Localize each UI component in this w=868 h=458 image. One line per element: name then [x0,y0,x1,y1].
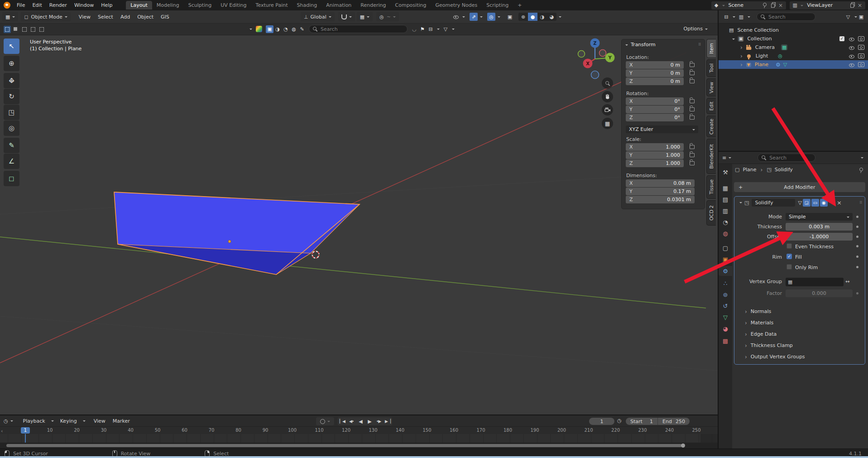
asset-tree-icon[interactable]: ⊟ [427,25,435,33]
current-frame-field[interactable]: 1 [589,418,614,425]
next-keyframe-button[interactable]: •▶ [374,417,383,425]
play-reverse-button[interactable]: ◀ [356,417,365,425]
properties-search-input[interactable] [767,155,812,161]
select-mode-extend[interactable] [12,26,19,33]
shading-material[interactable]: ◑ [537,13,547,21]
zoom-button[interactable] [602,77,613,89]
breadcrumb-object[interactable]: Plane [743,167,756,173]
menu-add[interactable]: Add [117,13,134,21]
asset-type-model[interactable]: ▣ [266,25,273,33]
tool-transform[interactable]: ◎ [4,121,19,136]
copy-viewlayer-icon[interactable] [850,3,854,7]
light-hide-icon[interactable] [849,53,855,59]
scale-y-field[interactable]: Y1.000 [626,151,684,159]
ptab-modifiers[interactable]: ⚙ [719,266,732,276]
ortho-toggle-button[interactable]: ▦ [602,118,613,129]
ptab-texture[interactable]: ▩ [719,336,732,346]
menu-view-tl[interactable]: View [90,417,109,425]
lock-scale-z-icon[interactable] [690,161,695,165]
tool-rotate[interactable]: ↻ [4,89,19,104]
npanel-tab-view[interactable]: View [706,78,716,96]
row-light[interactable]: › Light ◎ [719,52,868,60]
jump-to-end-button[interactable]: ▶▕ [383,417,392,425]
curve-widget-icon[interactable]: ◡ [410,25,418,33]
camera-hide-icon[interactable] [849,45,855,50]
offset-field[interactable]: -1.0000 [786,233,853,241]
section-thickness-clamp[interactable]: ›Thickness Clamp [745,342,793,348]
prev-keyframe-button[interactable]: ◀• [347,417,356,425]
ptab-collection[interactable]: ▢ [719,243,732,253]
menu-gis[interactable]: GIS [157,13,173,21]
tab-animation[interactable]: Animation [321,1,356,10]
mode-animate-dot[interactable] [856,216,858,218]
timeline-editor-icon[interactable]: ◷ [4,418,8,424]
viewport-canvas[interactable]: Z Y X User Perspective (1) Collection | … [0,35,718,415]
lock-scale-x-icon[interactable] [690,145,695,149]
shading-wireframe[interactable]: ⊕ [518,13,528,21]
menu-render[interactable]: Render [46,1,71,9]
even-thickness-animate-dot[interactable] [856,245,858,247]
dimensions-z-field[interactable]: Z0.0301 m [626,196,695,203]
scene-name[interactable]: Scene [725,2,761,8]
asset-type-material[interactable]: ◑ [273,25,282,33]
playhead-label[interactable]: 1 [21,427,30,434]
modifier-delete-icon[interactable]: × [837,199,842,206]
modifier-grip-icon[interactable]: ⠿ [859,201,862,205]
options-dropdown[interactable]: Options [684,26,708,32]
start-frame-field[interactable]: Start1 [626,418,657,425]
tab-geometry-nodes[interactable]: Geometry Nodes [431,1,482,10]
tool-move[interactable]: ↔↕ [4,73,19,88]
collection-hide-icon[interactable] [849,36,855,42]
outliner-search-input[interactable] [766,14,812,20]
tool-scale[interactable]: ◳ [4,105,19,120]
blenderkit-search-input[interactable] [318,26,404,32]
ptab-render[interactable]: ▦ [719,183,732,193]
lock-rotation-y-icon[interactable] [690,107,695,111]
add-modifier-button[interactable]: + Add Modifier [734,182,865,192]
tab-compositing[interactable]: Compositing [391,1,431,10]
editor-divider-vertical[interactable] [718,10,719,448]
vertex-group-field[interactable]: ▦ [786,278,844,286]
npanel-tab-item[interactable]: Item [706,39,716,58]
asset-type-hdr[interactable]: ◍ [290,25,298,33]
select-mode-intersect[interactable] [38,26,45,33]
scale-x-field[interactable]: X1.000 [626,143,684,151]
lock-rotation-z-icon[interactable] [690,116,695,120]
properties-options-caret[interactable] [861,157,863,160]
blenderkit-collapse[interactable] [249,29,252,31]
play-button[interactable]: ▶ [365,417,374,425]
ptab-material[interactable]: ◕ [719,323,732,333]
jump-to-start-button[interactable]: ▏◀ [338,417,347,425]
proportional-edit-toggle[interactable]: ◎~ [376,12,399,21]
section-edge-data[interactable]: ›Edge Data [745,331,777,337]
menu-keying[interactable]: Keying [57,417,81,425]
collection-checkbox[interactable]: ✓ [839,36,844,41]
modifier-render-toggle[interactable]: ◉ [820,199,828,207]
timeline-collapse-icon[interactable]: ‹ [1,428,3,434]
tab-layout[interactable]: Layout [126,1,152,10]
add-workspace-button[interactable]: + [513,1,526,10]
transform-panel-title[interactable]: Transform [631,42,656,48]
editor-divider-outliner[interactable] [719,151,868,152]
breadcrumb-modifier[interactable]: Solidify [775,167,793,173]
factor-field[interactable]: 0.000 [786,289,853,297]
menu-marker[interactable]: Marker [109,417,134,425]
tab-modeling[interactable]: Modeling [152,1,184,10]
plane-render-icon[interactable] [858,62,864,67]
tool-add-cube[interactable]: ◻ [4,171,19,186]
row-camera[interactable]: › Camera ▦ [719,43,868,52]
timeline-ruler[interactable]: ‹ 1 102030405060708090100110120130140150… [0,427,718,434]
menu-edit[interactable]: Edit [29,1,45,9]
even-thickness-checkbox[interactable] [786,243,792,249]
vertex-group-invert-icon[interactable]: ↔ [845,279,849,284]
collection-render-icon[interactable] [858,36,864,41]
npanel-tab-ocd2[interactable]: OCD 2 [706,200,716,226]
outliner-display-mode-icon[interactable]: ⊟ [722,13,730,21]
filter-icon[interactable]: ▽ [441,25,450,33]
npanel-tab-tool[interactable]: Tool [706,59,716,77]
menu-window[interactable]: Window [71,1,97,9]
shading-rendered[interactable]: ◕ [547,13,556,21]
fill-checkbox[interactable]: ✓ [786,254,792,259]
overlays-toggle[interactable]: ◎ [487,13,495,21]
thickness-field[interactable]: 0.003 m [786,223,853,231]
